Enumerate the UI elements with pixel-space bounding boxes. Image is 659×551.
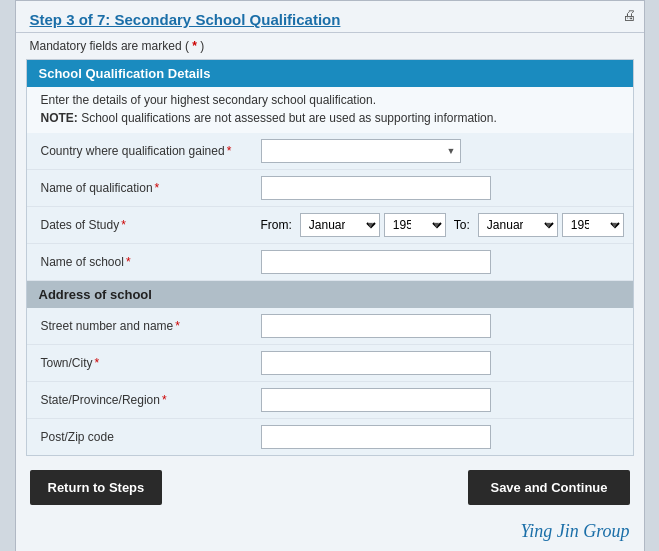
town-row: Town/City* (27, 345, 633, 382)
street-input[interactable] (261, 314, 491, 338)
return-button[interactable]: Return to Steps (30, 470, 163, 505)
state-row: State/Province/Region* (27, 382, 633, 419)
town-input[interactable] (261, 351, 491, 375)
country-label: Country where qualification gained* (41, 144, 261, 158)
town-label: Town/City* (41, 356, 261, 370)
postcode-row: Post/Zip code (27, 419, 633, 455)
address-header: Address of school (27, 281, 633, 308)
to-year-select[interactable]: 1950 (562, 213, 624, 237)
note-text: NOTE: School qualifications are not asse… (27, 109, 633, 133)
dates-row: Dates of Study* From: JanuaryFebruaryMar… (27, 207, 633, 244)
from-label: From: (261, 218, 292, 232)
state-input[interactable] (261, 388, 491, 412)
state-label: State/Province/Region* (41, 393, 261, 407)
school-input[interactable] (261, 250, 491, 274)
qualification-label: Name of qualification* (41, 181, 261, 195)
page-title: Step 3 of 7: Secondary School Qualificat… (16, 1, 644, 33)
watermark: Ying Jin Group (16, 513, 644, 542)
to-month-select[interactable]: JanuaryFebruaryMarchApril MayJuneJulyAug… (478, 213, 558, 237)
country-select-wrapper (261, 139, 461, 163)
school-row: Name of school* (27, 244, 633, 281)
form-body: Country where qualification gained* Name… (27, 133, 633, 455)
to-label: To: (454, 218, 470, 232)
info-text: Enter the details of your highest second… (27, 87, 633, 109)
qualification-input[interactable] (261, 176, 491, 200)
mandatory-note: Mandatory fields are marked ( * ) (16, 33, 644, 59)
print-icon[interactable]: 🖨 (622, 7, 636, 23)
from-month-select[interactable]: JanuaryFebruaryMarchApril MayJuneJulyAug… (300, 213, 380, 237)
form-sections: School Qualification Details Enter the d… (26, 59, 634, 456)
street-label: Street number and name* (41, 319, 261, 333)
button-row: Return to Steps Save and Continue (16, 456, 644, 513)
dates-content: From: JanuaryFebruaryMarchApril MayJuneJ… (261, 213, 624, 237)
save-button[interactable]: Save and Continue (468, 470, 629, 505)
postcode-input[interactable] (261, 425, 491, 449)
country-row: Country where qualification gained* (27, 133, 633, 170)
country-select[interactable] (261, 139, 461, 163)
school-label: Name of school* (41, 255, 261, 269)
page-wrapper: 🖨 Step 3 of 7: Secondary School Qualific… (15, 0, 645, 551)
from-year-select[interactable]: 1950 (384, 213, 446, 237)
section-info: Enter the details of your highest second… (27, 87, 633, 133)
section-header: School Qualification Details (27, 60, 633, 87)
dates-label: Dates of Study* (41, 218, 261, 232)
qualification-row: Name of qualification* (27, 170, 633, 207)
street-row: Street number and name* (27, 308, 633, 345)
postcode-label: Post/Zip code (41, 430, 261, 444)
